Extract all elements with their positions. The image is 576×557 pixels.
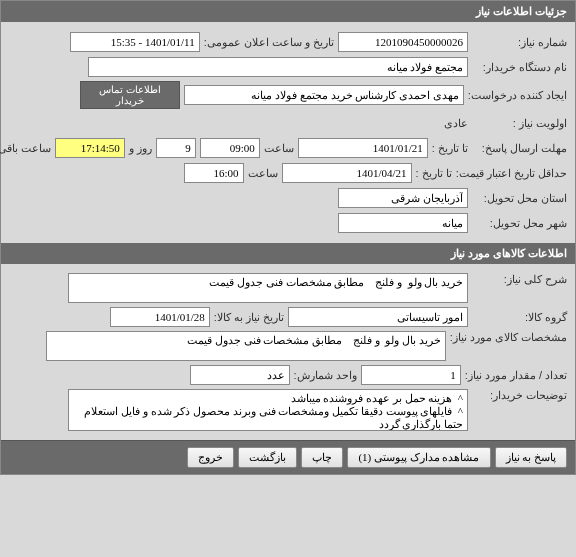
priority-value: عادی bbox=[444, 117, 468, 130]
goods-group-input[interactable] bbox=[288, 307, 468, 327]
label-buyer-notes: توضیحات خریدار: bbox=[472, 389, 567, 402]
buyer-notes-textarea[interactable] bbox=[68, 389, 468, 431]
label-goods-spec: مشخصات کالای مورد نیاز: bbox=[450, 331, 567, 344]
city-input[interactable] bbox=[338, 213, 468, 233]
label-announce-dt: تاریخ و ساعت اعلان عمومی: bbox=[204, 36, 334, 49]
goods-spec-textarea[interactable] bbox=[46, 331, 446, 361]
need-date-goods-input[interactable] bbox=[110, 307, 210, 327]
label-hour-2: ساعت bbox=[248, 167, 278, 180]
announce-dt-input[interactable] bbox=[70, 32, 200, 52]
resp-time-left-input[interactable] bbox=[55, 138, 125, 158]
buyer-contact-button[interactable]: اطلاعات تماس خریدار bbox=[80, 81, 180, 109]
label-need-date-goods: تاریخ نیاز به کالا: bbox=[214, 311, 284, 324]
window: جزئیات اطلاعات نیاز شماره نیاز: تاریخ و … bbox=[0, 0, 576, 475]
label-until-date-1: تا تاریخ : bbox=[432, 142, 468, 155]
province-input[interactable] bbox=[338, 188, 468, 208]
exit-button[interactable]: خروج bbox=[187, 447, 234, 468]
button-bar: پاسخ به نیاز مشاهده مدارک پیوستی (1) چاپ… bbox=[1, 440, 575, 474]
buyer-unit-input[interactable] bbox=[88, 57, 468, 77]
label-until-date-2: تا تاریخ : bbox=[416, 167, 452, 180]
label-city: شهر محل تحویل: bbox=[472, 217, 567, 230]
label-requester: ایجاد کننده درخواست: bbox=[468, 89, 567, 102]
section-header-details: جزئیات اطلاعات نیاز bbox=[1, 1, 575, 22]
goods-form: شرح کلی نیاز: گروه کالا: تاریخ نیاز به ک… bbox=[1, 264, 575, 440]
need-no-input[interactable] bbox=[338, 32, 468, 52]
attachments-button[interactable]: مشاهده مدارک پیوستی (1) bbox=[347, 447, 490, 468]
label-hour-1: ساعت bbox=[264, 142, 294, 155]
print-button[interactable]: چاپ bbox=[301, 447, 343, 468]
resp-date-input[interactable] bbox=[298, 138, 428, 158]
valid-hour-input[interactable] bbox=[184, 163, 244, 183]
requester-input[interactable] bbox=[184, 85, 464, 105]
label-need-desc: شرح کلی نیاز: bbox=[472, 273, 567, 286]
label-unit: واحد شمارش: bbox=[294, 369, 357, 382]
label-province: استان محل تحویل: bbox=[472, 192, 567, 205]
details-form: شماره نیاز: تاریخ و ساعت اعلان عمومی: نا… bbox=[1, 22, 575, 243]
label-priority: اولویت نیاز : bbox=[472, 117, 567, 130]
qty-input[interactable] bbox=[361, 365, 461, 385]
label-days-and: روز و bbox=[129, 142, 152, 155]
label-goods-group: گروه کالا: bbox=[472, 311, 567, 324]
label-buyer-unit: نام دستگاه خریدار: bbox=[472, 61, 567, 74]
label-price-validity: حداقل تاریخ اعتبار قیمت: bbox=[456, 167, 567, 180]
resp-days-input[interactable] bbox=[156, 138, 196, 158]
label-response-deadline: مهلت ارسال پاسخ: bbox=[472, 142, 567, 155]
resp-hour-input[interactable] bbox=[200, 138, 260, 158]
respond-button[interactable]: پاسخ به نیاز bbox=[495, 447, 568, 468]
back-button[interactable]: بازگشت bbox=[238, 447, 297, 468]
label-hours-remain: ساعت باقی مانده bbox=[0, 142, 51, 155]
unit-input[interactable] bbox=[190, 365, 290, 385]
need-desc-textarea[interactable] bbox=[68, 273, 468, 303]
section-header-goods: اطلاعات کالاهای مورد نیاز bbox=[1, 243, 575, 264]
label-need-no: شماره نیاز: bbox=[472, 36, 567, 49]
valid-date-input[interactable] bbox=[282, 163, 412, 183]
label-qty: تعداد / مقدار مورد نیاز: bbox=[465, 369, 567, 382]
